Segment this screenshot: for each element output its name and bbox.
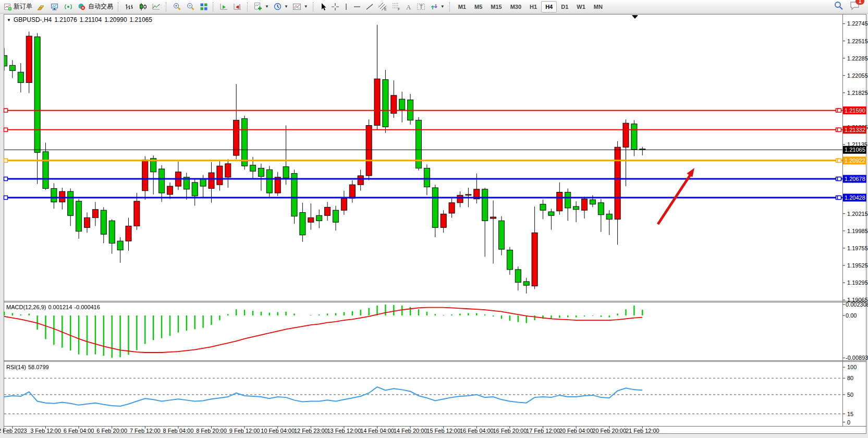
candle — [615, 147, 620, 219]
candle — [258, 168, 264, 177]
arrows-button[interactable]: ▼ — [428, 1, 447, 13]
tf-button-MN[interactable]: MN — [590, 1, 607, 13]
chevron-down-icon: ▼ — [304, 4, 308, 9]
tf-button-M15[interactable]: M15 — [486, 1, 506, 13]
candlestick-chart-button[interactable] — [136, 1, 150, 13]
candle — [499, 221, 505, 249]
horizontal-line-button[interactable] — [351, 1, 363, 13]
candle — [449, 203, 455, 213]
channel-icon: E — [378, 2, 387, 11]
line-handle[interactable] — [4, 159, 8, 162]
candle — [159, 169, 165, 193]
trendline-button[interactable] — [363, 1, 376, 13]
indicator-axis: 0.0023080.00-0.0089391008050150 — [843, 301, 868, 425]
time-label: 6 Feb 04:00 — [64, 428, 94, 434]
candle — [76, 201, 82, 232]
cursor-button[interactable] — [317, 1, 329, 13]
bar-chart-icon — [125, 3, 134, 11]
zoom-in-button[interactable] — [170, 1, 184, 13]
indicators-button[interactable]: ▼ — [252, 1, 271, 13]
price-tag-label: 1.20922 — [845, 157, 865, 164]
auto-trading-icon — [77, 3, 87, 11]
periods-button[interactable]: ▼ — [271, 1, 290, 13]
chat-bubble-icon — [849, 4, 861, 13]
time-axis: 2 Feb 20233 Feb 12:006 Feb 04:006 Feb 20… — [0, 427, 659, 434]
line-handle[interactable] — [4, 108, 8, 112]
tile-windows-button[interactable] — [198, 1, 210, 13]
toolbar-separator — [118, 2, 120, 11]
arrow-annotation[interactable] — [658, 168, 694, 224]
candle — [507, 250, 512, 269]
cursor-icon — [320, 3, 327, 11]
time-label: 12 Feb 23:00 — [294, 428, 328, 434]
toolbar-separator — [313, 2, 315, 11]
tf-button-W1[interactable]: W1 — [572, 1, 590, 13]
tf-button-M1[interactable]: M1 — [454, 1, 470, 13]
line-handle[interactable] — [4, 128, 8, 131]
gold-button[interactable] — [34, 1, 48, 13]
svg-text:A: A — [406, 3, 411, 11]
new-order-button[interactable]: 新订单 — [2, 1, 34, 13]
macd-axis-label: 0.00 — [846, 312, 857, 319]
new-order-icon — [4, 3, 12, 11]
candle — [532, 233, 537, 286]
text-button[interactable]: A — [403, 1, 414, 13]
triangle-down-icon[interactable]: ▼ — [7, 18, 11, 22]
macd-label: MACD(12,26,9)0.001214-0.000416 — [6, 304, 102, 310]
tf-button-H1[interactable]: H1 — [525, 1, 541, 13]
crosshair-button[interactable] — [329, 1, 341, 13]
zoom-out-button[interactable] — [184, 1, 198, 13]
ohlc-high: 1.21104 — [80, 16, 102, 23]
bar-chart-button[interactable] — [123, 1, 136, 13]
main-toolbar: 新订单 自动交易 ▼ ▼ ▼ E F A T ▼ M1M5M15M30H1H4D… — [0, 0, 868, 14]
chat-button[interactable]: 1 — [849, 1, 861, 13]
signals-button[interactable] — [62, 1, 75, 13]
tf-button-D1[interactable]: D1 — [557, 1, 572, 13]
rsi-axis-label: 50 — [847, 392, 853, 398]
rsi-pane — [4, 378, 842, 413]
text-label-button[interactable]: T — [414, 1, 428, 13]
arrow-head[interactable] — [687, 168, 694, 177]
fibonacci-button[interactable]: F — [389, 1, 403, 13]
search-icon[interactable] — [834, 1, 844, 13]
auto-trading-button[interactable]: 自动交易 — [75, 1, 115, 13]
templates-button[interactable]: ▼ — [290, 1, 310, 13]
timeframe-group: M1M5M15M30H1H4D1W1MN — [454, 1, 607, 13]
candle — [333, 210, 339, 222]
chart-shift-icon — [233, 3, 242, 11]
tf-button-M5[interactable]: M5 — [470, 1, 486, 13]
line-handle[interactable] — [4, 196, 8, 199]
time-label: 14 Feb 04:00 — [360, 428, 394, 434]
candle — [548, 212, 554, 215]
auto-scroll-button[interactable] — [217, 1, 231, 13]
tf-button-M30[interactable]: M30 — [506, 1, 525, 13]
label-t-icon: T — [417, 3, 426, 11]
zoom-out-icon — [186, 2, 195, 11]
crosshair-icon — [331, 3, 339, 11]
candle — [374, 79, 380, 125]
arrow-line[interactable] — [658, 174, 691, 224]
line-chart-button[interactable] — [150, 1, 163, 13]
candle — [441, 214, 446, 227]
equidistant-channel-button[interactable]: E — [376, 1, 389, 13]
candle — [308, 218, 314, 223]
macd-signal-line — [4, 308, 642, 352]
chart-shift-button[interactable] — [231, 1, 244, 13]
time-label: 17 Feb 12:00 — [526, 428, 560, 434]
market-watch-button[interactable] — [48, 1, 62, 13]
price-tick-label: 1.21825 — [847, 90, 868, 96]
candle — [491, 217, 496, 218]
chart-shift-marker[interactable] — [632, 15, 638, 19]
vertical-line-button[interactable] — [341, 1, 351, 13]
toolbar-separator — [247, 2, 250, 11]
candle — [117, 241, 123, 250]
text-a-icon: A — [405, 3, 412, 11]
candle — [109, 221, 115, 243]
price-tick-label: 1.22055 — [847, 72, 868, 79]
line-handle[interactable] — [4, 177, 8, 181]
candle — [557, 192, 563, 211]
macd-axis-label: 0.002308 — [846, 301, 868, 308]
candle — [192, 182, 198, 196]
price-tick-label: 1.22515 — [847, 38, 868, 44]
tf-button-H4[interactable]: H4 — [541, 1, 557, 13]
